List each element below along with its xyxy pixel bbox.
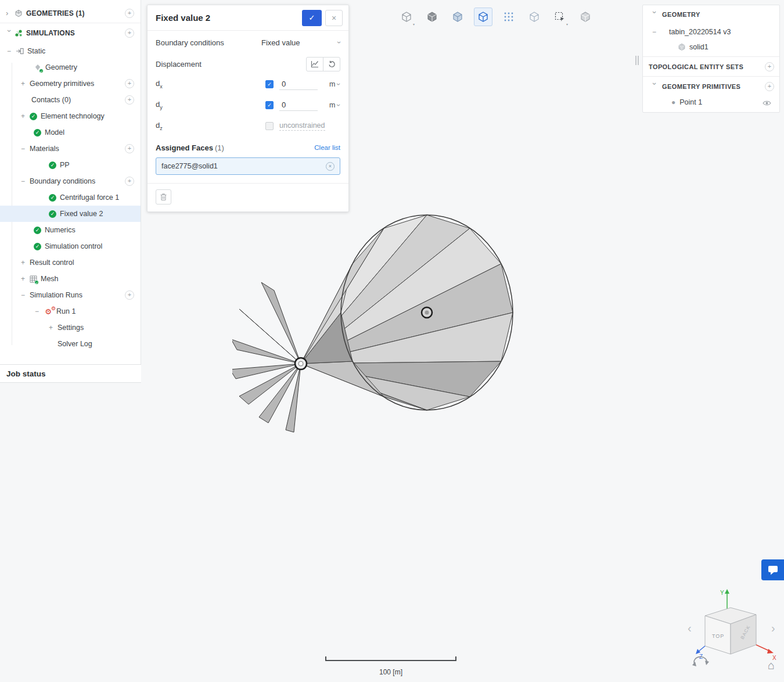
chevron-down-icon[interactable]: › [5, 30, 14, 37]
chevron-right-icon[interactable]: › [6, 9, 15, 17]
collapse-icon[interactable]: − [21, 291, 30, 299]
tree-item-geometry[interactable]: ✓ Geometry [0, 59, 141, 76]
tree-item-contacts[interactable]: Contacts (0) + [0, 92, 141, 108]
static-analysis-icon [16, 47, 24, 55]
collapse-icon[interactable]: − [35, 307, 44, 315]
tree-item-simulation-control[interactable]: ✓ Simulation control [0, 238, 141, 254]
shaded-view-icon[interactable] [474, 8, 492, 26]
clear-list-link[interactable]: Clear list [314, 144, 340, 151]
expand-icon[interactable]: + [49, 324, 57, 332]
tree-item-model[interactable]: ✓ Model [0, 124, 141, 141]
add-geometry-primitive-button[interactable]: + [765, 82, 774, 91]
assigned-face-chip[interactable]: face2775@solid1 × [156, 157, 340, 175]
collapse-icon[interactable]: − [21, 145, 30, 153]
collapse-icon[interactable]: − [652, 28, 661, 36]
job-status-header[interactable]: Job status [0, 364, 141, 383]
check-circle-icon: ✓ [49, 194, 56, 202]
boundary-condition-type-dropdown[interactable]: Fixed value › [261, 38, 340, 47]
tree-item-run-1[interactable]: − ⚙⚙ Run 1 [0, 303, 141, 320]
table-input-icon[interactable] [306, 57, 323, 71]
dx-value-input[interactable] [279, 78, 318, 90]
geometry-item-row[interactable]: − tabin_20220514 v3 [643, 24, 779, 40]
dz-label: dz [156, 121, 265, 131]
solid-view-icon[interactable] [423, 8, 441, 26]
tree-item-centrifugal-force-1[interactable]: ✓ Centrifugal force 1 [0, 189, 141, 206]
apply-button[interactable]: ✓ [302, 10, 322, 26]
remove-face-icon[interactable]: × [326, 162, 335, 171]
surfaces-view-icon[interactable] [448, 8, 467, 26]
tree-item-element-technology[interactable]: + ✓ Element technology [0, 108, 141, 124]
collapse-icon[interactable]: − [7, 47, 16, 55]
visibility-eye-icon[interactable] [763, 100, 771, 108]
tree-label: Element technology [41, 112, 105, 120]
tree-item-simulation-runs[interactable]: − Simulation Runs + [0, 287, 141, 303]
home-view-icon[interactable]: ⌂ [768, 659, 775, 672]
dx-checkbox[interactable]: ✓ [265, 80, 274, 88]
tree-item-solver-log[interactable]: Solver Log [0, 336, 141, 352]
geometry-primitives-header[interactable]: › GEOMETRY PRIMITIVES + [643, 76, 779, 96]
support-chat-button[interactable] [761, 559, 784, 580]
transparent-view-icon[interactable] [525, 8, 544, 26]
expand-icon[interactable]: + [21, 80, 30, 88]
add-contact-button[interactable]: + [125, 95, 134, 105]
add-boundary-condition-button[interactable]: + [125, 177, 134, 186]
expand-icon[interactable]: + [21, 275, 30, 283]
tree-item-result-control[interactable]: + Result control [0, 254, 141, 271]
add-simulation-button[interactable]: + [125, 28, 134, 38]
dy-unit-dropdown[interactable]: m› [329, 101, 340, 109]
solid-cube-icon [678, 43, 686, 51]
topological-entity-sets-header[interactable]: TOPOLOGICAL ENTITY SETS + [643, 56, 779, 76]
solid-item-row[interactable]: solid1 [643, 40, 779, 56]
add-run-button[interactable]: + [125, 290, 134, 300]
dz-checkbox[interactable] [265, 122, 274, 130]
close-button[interactable]: × [325, 10, 343, 26]
orbit-rotate-icon[interactable] [691, 653, 711, 668]
rotate-right-chevron-icon[interactable]: › [771, 622, 775, 635]
dy-checkbox[interactable]: ✓ [265, 101, 274, 109]
dropdown-value: Fixed value [261, 38, 300, 47]
tree-item-mesh[interactable]: + ✓ Mesh [0, 271, 141, 287]
collapse-icon[interactable]: − [21, 177, 30, 185]
tree-item-pp[interactable]: ✓ PP [0, 157, 141, 173]
geometry-part-icon [15, 9, 23, 17]
dx-unit-dropdown[interactable]: m› [329, 80, 340, 88]
simulation-tree-sidebar: › GEOMETRIES (1) + › SIMULATIONS + − Sta… [0, 0, 141, 383]
check-circle-icon: ✓ [49, 210, 56, 218]
tree-item-numerics[interactable]: ✓ Numerics [0, 222, 141, 238]
geometry-section-header[interactable]: › GEOMETRY [643, 5, 779, 24]
expand-icon[interactable]: + [21, 112, 30, 120]
geometry-icon: ✓ [34, 63, 42, 71]
tree-label: Simulation control [45, 242, 102, 250]
tree-label: Result control [30, 259, 74, 267]
panel-resize-grip[interactable] [635, 56, 639, 65]
hide-geometry-icon[interactable] [576, 8, 595, 26]
tree-item-geometries[interactable]: › GEOMETRIES (1) + [0, 3, 141, 23]
tree-item-settings[interactable]: + Settings [0, 320, 141, 336]
tree-item-static[interactable]: − Static [0, 43, 141, 59]
add-material-button[interactable]: + [125, 144, 134, 153]
reset-icon[interactable] [323, 57, 340, 71]
box-select-icon[interactable]: ▾ [551, 8, 569, 26]
check-circle-icon: ✓ [49, 161, 56, 169]
add-primitive-button[interactable]: + [125, 79, 134, 88]
delete-boundary-condition-button[interactable] [156, 189, 171, 204]
tree-item-simulations[interactable]: › SIMULATIONS + [0, 23, 141, 43]
tree-item-fixed-value-2[interactable]: ✓ Fixed value 2 [0, 206, 141, 222]
tree-item-materials[interactable]: − Materials + [0, 141, 141, 157]
point-item-label: Point 1 [679, 98, 702, 106]
add-entity-set-button[interactable]: + [765, 62, 774, 71]
tree-label: Numerics [45, 226, 75, 234]
displacement-label: Displacement [156, 60, 202, 69]
fit-view-icon[interactable]: ▾ [397, 8, 416, 26]
rotate-left-chevron-icon[interactable]: ‹ [688, 622, 692, 635]
add-geometry-button[interactable]: + [125, 9, 134, 18]
chat-bubble-icon [768, 565, 778, 575]
dy-value-input[interactable] [279, 99, 318, 111]
vertices-view-icon[interactable] [499, 8, 518, 26]
fixed-value-settings-panel: Fixed value 2 ✓ × Boundary conditions Fi… [147, 5, 349, 212]
turbine-3d-model[interactable] [232, 202, 523, 435]
tree-item-geometry-primitives[interactable]: + Geometry primitives + [0, 76, 141, 92]
expand-icon[interactable]: + [21, 259, 30, 267]
tree-item-boundary-conditions[interactable]: − Boundary conditions + [0, 173, 141, 189]
point-item-row[interactable]: ● Point 1 [643, 96, 779, 112]
